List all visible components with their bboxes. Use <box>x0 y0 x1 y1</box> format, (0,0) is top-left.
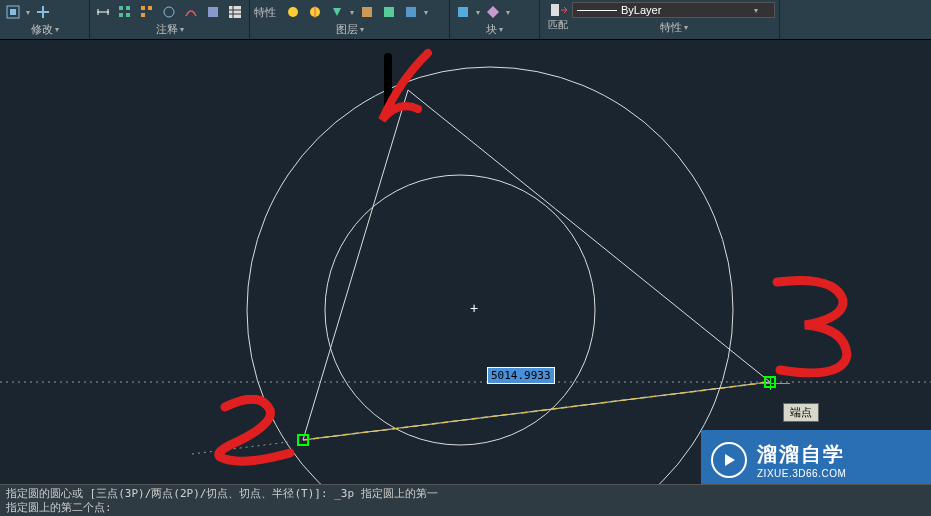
ribbon-panel-modify: ▾ 修改▾ <box>0 0 90 39</box>
block-icon-1[interactable] <box>454 3 472 21</box>
layer-icon-2[interactable] <box>306 3 324 21</box>
dropdown-icon[interactable]: ▾ <box>350 8 354 17</box>
ribbon-bar: ▾ 修改▾ 注释▾ 特性 ▾ ▾ 图层▾ <box>0 0 931 40</box>
tool3-icon[interactable] <box>160 3 178 21</box>
ribbon-panel-annotation: 注释▾ <box>90 0 250 39</box>
panel-label-layer[interactable]: 图层▾ <box>254 22 445 39</box>
svg-point-9 <box>164 7 174 17</box>
move-icon[interactable] <box>4 3 22 21</box>
drawing-canvas[interactable]: + 5014.9933 端点 溜溜自学 ZIXUE.3D66.COM <box>0 40 931 484</box>
layer-prop-label[interactable]: 特性 <box>254 5 276 20</box>
watermark-title: 溜溜自学 <box>757 441 846 468</box>
dimension-icon[interactable] <box>94 3 112 21</box>
osnap-endpoint-marker <box>764 376 776 388</box>
osnap-tooltip: 端点 <box>783 403 819 422</box>
svg-line-21 <box>303 90 408 440</box>
bylayer-text: ByLayer <box>621 4 661 16</box>
layer-icon-1[interactable] <box>284 3 302 21</box>
table-icon[interactable] <box>226 3 244 21</box>
match-prop-icon[interactable] <box>549 2 567 18</box>
svg-rect-1 <box>10 9 16 15</box>
svg-rect-2 <box>119 6 123 10</box>
svg-point-20 <box>325 175 595 445</box>
play-icon <box>711 442 747 478</box>
command-line[interactable]: 指定圆的圆心或 [三点(3P)/两点(2P)/切点、切点、半径(T)]: _3p… <box>0 484 931 516</box>
svg-rect-16 <box>406 7 416 17</box>
panel-label-modify[interactable]: 修改▾ <box>4 22 85 39</box>
ribbon-panel-block: ▾ ▾ 块▾ <box>450 0 540 39</box>
svg-line-22 <box>408 90 770 382</box>
layer-icon-6[interactable] <box>402 3 420 21</box>
osnap-endpoint-marker-2 <box>297 434 309 446</box>
svg-rect-8 <box>141 13 145 17</box>
svg-rect-3 <box>126 6 130 10</box>
dropdown-icon[interactable]: ▾ <box>476 8 480 17</box>
watermark-url: ZIXUE.3D66.COM <box>757 468 846 479</box>
svg-point-19 <box>247 67 733 484</box>
tool4-icon[interactable] <box>182 3 200 21</box>
ribbon-panel-layer: 特性 ▾ ▾ 图层▾ <box>250 0 450 39</box>
dynamic-input[interactable]: 5014.9933 <box>487 367 555 384</box>
svg-rect-14 <box>362 7 372 17</box>
dropdown-icon[interactable]: ▾ <box>26 8 30 17</box>
panel-label-block[interactable]: 块▾ <box>454 22 535 39</box>
svg-rect-15 <box>384 7 394 17</box>
watermark-banner: 溜溜自学 ZIXUE.3D66.COM <box>701 430 931 484</box>
svg-rect-10 <box>208 7 218 17</box>
dropdown-icon[interactable]: ▾ <box>424 8 428 17</box>
svg-point-12 <box>288 7 298 17</box>
layer-icon-4[interactable] <box>358 3 376 21</box>
layer-icon-5[interactable] <box>380 3 398 21</box>
dropdown-icon[interactable]: ▾ <box>506 8 510 17</box>
svg-rect-7 <box>148 6 152 10</box>
svg-rect-11 <box>229 6 241 18</box>
svg-rect-5 <box>126 13 130 17</box>
match-label[interactable]: 匹配 <box>548 18 568 32</box>
svg-rect-4 <box>119 13 123 17</box>
tool-icon[interactable] <box>34 3 52 21</box>
layer-icon-3[interactable] <box>328 3 346 21</box>
array2-icon[interactable] <box>138 3 156 21</box>
svg-marker-27 <box>725 454 735 466</box>
svg-rect-6 <box>141 6 145 10</box>
svg-rect-17 <box>458 7 468 17</box>
array-icon[interactable] <box>116 3 134 21</box>
svg-rect-18 <box>551 4 559 16</box>
command-history-line: 指定圆的圆心或 [三点(3P)/两点(2P)/切点、切点、半径(T)]: _3p… <box>6 487 925 501</box>
ribbon-panel-properties: 匹配 ByLayer ▾ 特性▾ <box>540 0 780 39</box>
svg-line-25 <box>192 442 288 454</box>
tool5-icon[interactable] <box>204 3 222 21</box>
block-icon-2[interactable] <box>484 3 502 21</box>
panel-label-annotation[interactable]: 注释▾ <box>94 22 245 39</box>
command-prompt-line: 指定圆上的第二个点: <box>6 501 925 515</box>
panel-label-properties[interactable]: 特性▾ <box>572 20 775 37</box>
linetype-combo[interactable]: ByLayer ▾ <box>572 2 775 18</box>
